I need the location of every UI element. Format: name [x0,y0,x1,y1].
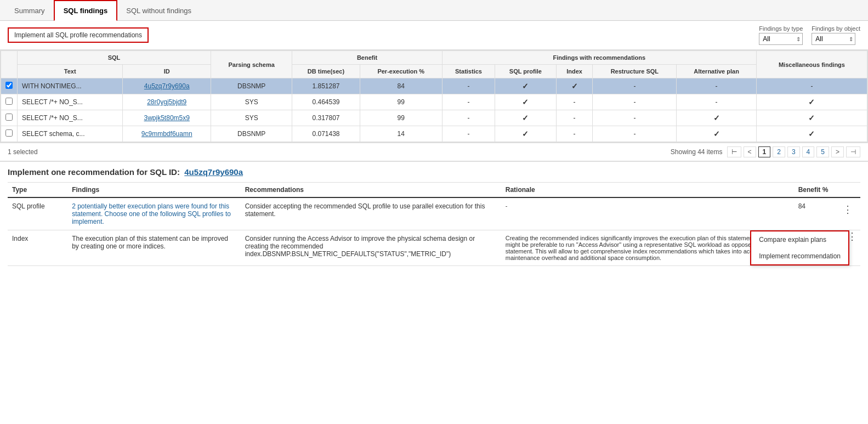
th-findings-group: Findings with recommendations [442,51,756,65]
tab-summary[interactable]: Summary [5,1,54,20]
filter-group: Findings by type All Findings by object … [759,25,860,45]
sql-id-link[interactable]: 9c9mmbdf6uamn [141,130,192,138]
page-1-btn[interactable]: 1 [758,146,771,157]
page-last-btn[interactable]: ⊣ [846,146,860,157]
tab-sql-findings[interactable]: SQL findings [54,0,118,21]
page-2-btn[interactable]: 2 [773,146,785,157]
dth-recommendations: Recommendations [241,183,501,198]
detail-recommendations: Consider running the Access Advisor to i… [241,230,501,266]
dth-findings: Findings [67,183,240,198]
main-table-wrapper: SQL Parsing schema Benefit Findings with… [0,50,868,143]
implement-all-button[interactable]: Implement all SQL profile recommendation… [8,27,149,43]
toolbar: Implement all SQL profile recommendation… [0,21,868,50]
detail-findings: 2 potentially better execution plans wer… [67,197,240,230]
th-alt-plan: Alternative plan [677,65,757,78]
context-menu-button[interactable]: ⋮ [839,202,856,217]
dth-rationale: Rationale [501,183,794,198]
sql-id-link[interactable]: 4u5zq7r9y690a [144,82,190,90]
selected-count: 1 selected [8,148,38,156]
th-parsing-schema: Parsing schema [211,51,292,78]
detail-table: Type Findings Recommendations Rationale … [8,182,860,266]
page-first-btn[interactable]: ⊢ [727,146,741,157]
table-row[interactable]: SELECT schema, c...9c9mmbdf6uamnDBSNMP0.… [1,126,867,142]
table-row[interactable]: WITH NONTIMEG...4u5zq7r9y690aDBSNMP1.851… [1,78,867,94]
page-3-btn[interactable]: 3 [787,146,800,157]
th-benefit-per-exec: Per-execution % [360,65,442,78]
th-misc-findings: Miscellaneous findings [756,51,867,78]
detail-type: SQL profile [8,197,67,230]
th-restructure: Restructure SQL [593,65,677,78]
page-prev-btn[interactable]: < [744,146,756,157]
findings-by-object-select[interactable]: All [812,33,855,45]
findings-by-object-label: Findings by object [812,25,860,32]
tab-sql-without-findings[interactable]: SQL without findings [117,1,200,20]
findings-by-object-filter: Findings by object All [812,25,860,45]
th-checkbox [1,51,18,78]
context-menu-item[interactable]: Compare explain plans [751,231,848,248]
detail-findings: The execution plan of this statement can… [67,230,240,266]
detail-section: Implement one recommendation for SQL ID:… [0,161,868,272]
detail-benefit: 84⋮ [794,197,860,230]
th-sql-group: SQL [18,51,211,65]
row-checkbox[interactable] [5,98,13,105]
detail-table-row: SQL profile2 potentially better executio… [8,197,860,230]
detail-type: Index [8,230,67,266]
main-table: SQL Parsing schema Benefit Findings with… [1,50,867,142]
row-checkbox[interactable] [5,129,13,137]
table-row[interactable]: SELECT /*+ NO_S...28r0ygj5bjdt9SYS0.4645… [1,94,867,110]
detail-title: Implement one recommendation for SQL ID:… [8,167,860,177]
detail-sql-id-link[interactable]: 4u5zq7r9y690a [184,167,243,177]
detail-benefit: 84Compare explain plansImplement recomme… [794,230,860,266]
detail-recommendations: Consider accepting the recommended SQL p… [241,197,501,230]
findings-by-type-label: Findings by type [759,25,803,32]
sql-id-link[interactable]: 3wpjk5t80m5x9 [144,114,190,122]
findings-by-type-filter: Findings by type All [759,25,803,45]
sql-id-link[interactable]: 28r0ygj5bjdt9 [147,98,186,106]
page-4-btn[interactable]: 4 [802,146,815,157]
tabs-bar: Summary SQL findings SQL without finding… [0,0,868,21]
showing-label: Showing 44 items [671,148,723,156]
findings-by-type-select[interactable]: All [759,33,803,45]
page-5-btn[interactable]: 5 [816,146,829,157]
th-statistics: Statistics [442,65,495,78]
page-next-btn[interactable]: > [831,146,844,157]
table-row[interactable]: SELECT /*+ NO_S...3wpjk5t80m5x9SYS0.3178… [1,110,867,126]
context-menu: Compare explain plansImplement recommend… [844,230,860,242]
th-sql-text: Text [18,65,123,78]
dth-benefit: Benefit % [794,183,860,198]
th-sql-id: ID [123,65,211,78]
detail-table-row: IndexThe execution plan of this statemen… [8,230,860,266]
context-menu-item[interactable]: Implement recommendation [751,248,848,264]
th-benefit-group: Benefit [292,51,442,65]
pagination-row: 1 selected Showing 44 items ⊢ < 1 2 3 4 … [0,143,868,161]
pagination-controls: ⊢ < 1 2 3 4 5 > ⊣ [727,146,860,157]
row-checkbox[interactable] [5,114,13,121]
dth-type: Type [8,183,67,198]
th-sql-profile: SQL profile [495,65,556,78]
th-index: Index [556,65,593,78]
detail-rationale: - [501,197,794,230]
dropdown-popup: Compare explain plansImplement recommend… [750,230,849,265]
th-benefit-db-time: DB time(sec) [292,65,360,78]
row-checkbox[interactable] [5,82,13,89]
